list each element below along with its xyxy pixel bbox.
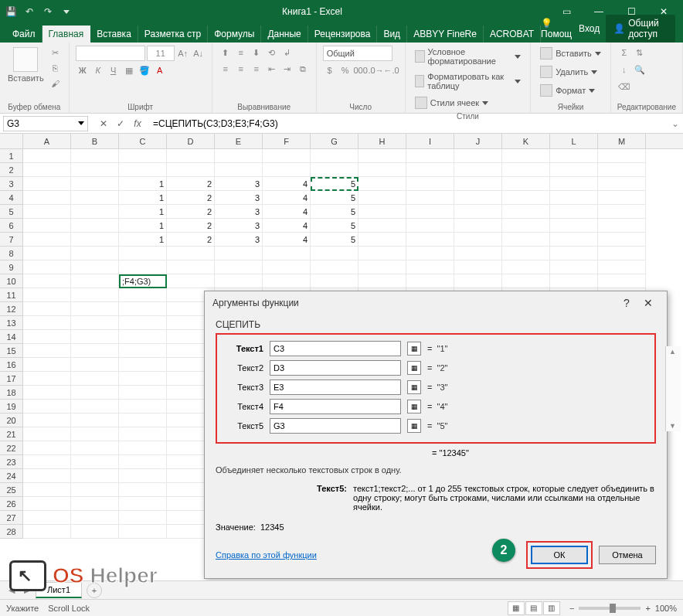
row-header[interactable]: 17 <box>0 372 23 386</box>
arg-input-4[interactable] <box>270 399 401 414</box>
cell[interactable] <box>71 149 119 163</box>
zoom-level[interactable]: 100% <box>655 604 677 613</box>
cell[interactable] <box>598 205 646 219</box>
format-as-table-button[interactable]: Форматировать как таблицу <box>412 70 525 92</box>
cell[interactable]: 3 <box>215 205 263 219</box>
cell[interactable] <box>23 414 71 427</box>
column-header[interactable]: E <box>215 134 263 148</box>
cell[interactable] <box>598 191 646 205</box>
arg-input-3[interactable] <box>270 379 401 395</box>
cell[interactable] <box>311 163 358 177</box>
cell[interactable] <box>71 497 119 511</box>
column-header[interactable]: H <box>358 134 406 148</box>
arg-input-1[interactable] <box>270 341 401 356</box>
row-header[interactable]: 28 <box>0 525 23 539</box>
cut-icon[interactable]: ✂ <box>49 46 63 60</box>
cell[interactable]: 4 <box>263 177 311 191</box>
cell[interactable] <box>119 344 167 358</box>
column-header[interactable]: A <box>23 134 71 148</box>
row-header[interactable]: 2 <box>0 163 23 177</box>
cell[interactable] <box>119 497 167 511</box>
cell[interactable]: 2 <box>167 205 215 219</box>
cell[interactable] <box>119 511 167 525</box>
conditional-formatting-button[interactable]: Условное форматирование <box>412 46 525 67</box>
cell[interactable] <box>71 483 119 497</box>
cell[interactable] <box>406 247 454 260</box>
align-center-icon[interactable]: ≡ <box>234 62 248 76</box>
range-picker-icon[interactable]: ▦ <box>407 342 421 356</box>
row-header[interactable]: 25 <box>0 483 23 497</box>
wrap-text-icon[interactable]: ↲ <box>280 46 294 60</box>
cell[interactable]: 1 <box>119 191 167 205</box>
cell[interactable]: 4 <box>263 219 311 233</box>
expand-formula-bar-icon[interactable]: ⌄ <box>668 118 683 129</box>
orientation-icon[interactable]: ⟲ <box>265 46 279 60</box>
row-header[interactable]: 1 <box>0 149 23 163</box>
autosum-icon[interactable]: Σ <box>617 46 631 60</box>
cell[interactable] <box>71 427 119 441</box>
cell[interactable]: 1 <box>119 219 167 233</box>
cell[interactable] <box>167 149 215 163</box>
cell[interactable] <box>23 441 71 455</box>
shrink-font-icon[interactable]: A↓ <box>192 46 206 60</box>
row-header[interactable]: 22 <box>0 441 23 455</box>
clear-icon[interactable]: ⌫ <box>617 80 631 94</box>
delete-cells-button[interactable]: Удалить <box>537 64 600 80</box>
comma-icon[interactable]: 000 <box>354 63 368 77</box>
function-help-link[interactable]: Справка по этой функции <box>216 550 317 560</box>
cell[interactable] <box>71 372 119 386</box>
zoom-slider[interactable] <box>579 607 641 610</box>
cell[interactable] <box>454 149 502 163</box>
args-scrollbar[interactable] <box>665 346 681 431</box>
cell[interactable] <box>23 386 71 400</box>
cell[interactable] <box>454 274 502 288</box>
column-header[interactable]: M <box>598 134 646 148</box>
cell[interactable] <box>167 163 215 177</box>
cell[interactable] <box>454 177 502 191</box>
row-header[interactable]: 7 <box>0 233 23 247</box>
cell[interactable] <box>502 233 550 247</box>
cancel-formula-icon[interactable]: ✕ <box>97 118 110 129</box>
zoom-out-icon[interactable]: − <box>569 604 574 613</box>
cell[interactable] <box>119 316 167 330</box>
cell[interactable] <box>119 483 167 497</box>
row-header[interactable]: 24 <box>0 469 23 483</box>
cell[interactable]: 1 <box>119 205 167 219</box>
tab-data[interactable]: Данные <box>261 26 308 43</box>
cell[interactable] <box>119 372 167 386</box>
cell[interactable] <box>598 163 646 177</box>
cell[interactable] <box>71 219 119 233</box>
cell[interactable] <box>502 274 550 288</box>
cell[interactable] <box>502 177 550 191</box>
cell[interactable] <box>23 344 71 358</box>
cell[interactable] <box>358 191 406 205</box>
tab-acrobat[interactable]: ACROBAT <box>484 26 541 43</box>
cell[interactable] <box>454 233 502 247</box>
cell[interactable] <box>23 469 71 483</box>
column-header[interactable]: B <box>71 134 119 148</box>
row-header[interactable]: 26 <box>0 497 23 511</box>
row-header[interactable]: 27 <box>0 511 23 525</box>
cell[interactable] <box>119 469 167 483</box>
cell[interactable] <box>119 247 167 260</box>
cell[interactable]: 4 <box>263 205 311 219</box>
cell[interactable] <box>23 427 71 441</box>
cell[interactable] <box>454 191 502 205</box>
cell[interactable] <box>263 274 311 288</box>
cell[interactable] <box>502 163 550 177</box>
arg-input-5[interactable] <box>270 418 401 434</box>
cell[interactable] <box>263 247 311 260</box>
active-cell[interactable]: ;F4;G3) <box>119 274 167 288</box>
cell[interactable] <box>358 219 406 233</box>
formula-input[interactable] <box>148 118 668 129</box>
view-normal-icon[interactable]: ▦ <box>508 601 525 615</box>
cell[interactable] <box>23 260 71 274</box>
cell[interactable] <box>119 163 167 177</box>
cell[interactable] <box>550 260 598 274</box>
cell[interactable] <box>119 386 167 400</box>
cell[interactable] <box>215 274 263 288</box>
cell[interactable] <box>598 233 646 247</box>
cell[interactable] <box>23 163 71 177</box>
cell[interactable] <box>358 260 406 274</box>
row-header[interactable]: 14 <box>0 330 23 344</box>
